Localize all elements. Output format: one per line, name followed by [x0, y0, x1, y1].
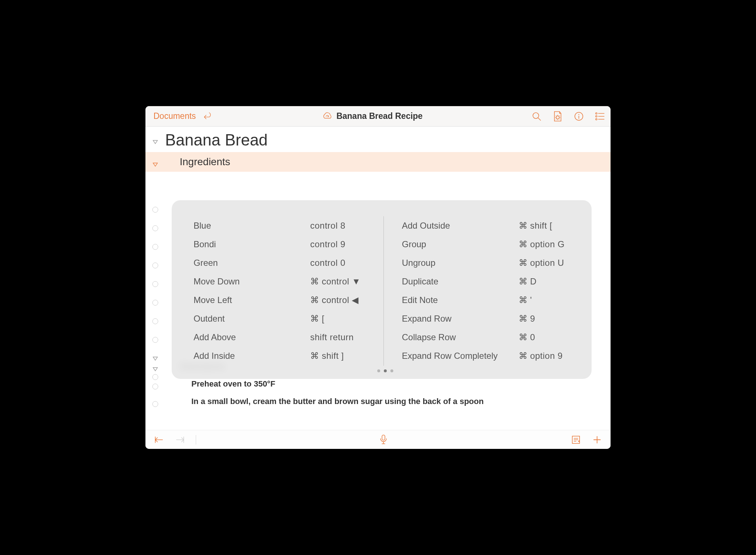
shortcut-row: Duplicate⌘ D	[402, 272, 577, 291]
shortcuts-column-left: Bluecontrol 8 Bondicontrol 9 Greencontro…	[194, 216, 384, 366]
svg-point-4	[596, 113, 597, 114]
documents-back-button[interactable]: Documents	[153, 111, 196, 121]
row-handle-icon[interactable]	[152, 244, 158, 250]
keyboard-shortcuts-panel: Bluecontrol 8 Bondicontrol 9 Greencontro…	[172, 200, 592, 379]
shortcut-row: Collapse Row⌘ 0	[402, 328, 577, 346]
shortcuts-column-right: Add Outside⌘ shift [ Group⌘ option G Ung…	[384, 216, 577, 366]
row-handle-icon[interactable]	[152, 337, 158, 343]
svg-point-6	[596, 119, 597, 120]
page-dot[interactable]	[377, 369, 380, 372]
svg-point-1	[556, 116, 559, 119]
svg-rect-7	[382, 435, 385, 440]
row-handle-icon[interactable]	[152, 318, 158, 324]
shortcut-row: Move Left⌘ control ◀	[194, 291, 369, 309]
app-window: Documents Banana Bread Recipe	[145, 106, 611, 449]
shortcut-row: Expand Row⌘ 9	[402, 309, 577, 328]
row-handle-icon[interactable]	[152, 374, 158, 380]
page-dots[interactable]	[194, 366, 577, 374]
outline-title: Banana Bread	[165, 127, 268, 152]
row-handle-icon[interactable]	[152, 401, 158, 407]
search-icon[interactable]	[531, 111, 542, 122]
shortcut-row: Bluecontrol 8	[194, 216, 369, 235]
row-handle-icon[interactable]	[152, 207, 158, 213]
ingredient-bullets	[145, 200, 165, 386]
undo-icon[interactable]	[202, 111, 213, 122]
direction-item-row[interactable]: In a small bowl, cream the butter and br…	[145, 393, 611, 410]
direction-text: Preheat oven to 350°F	[165, 379, 275, 389]
outline-body: Banana Bread Ingredients Bluecontrol 8	[145, 127, 611, 430]
cloud-sync-icon	[322, 111, 333, 122]
row-handle-icon[interactable]	[152, 225, 158, 231]
document-title: Banana Bread Recipe	[336, 111, 422, 121]
disclosure-triangle-icon[interactable]	[152, 139, 158, 145]
info-icon[interactable]	[573, 111, 584, 122]
toolbar: Documents Banana Bread Recipe	[145, 106, 611, 127]
svg-point-3	[578, 114, 579, 115]
shortcut-row: Edit Note⌘ '	[402, 291, 577, 309]
shortcut-row: Move Down⌘ control ▼	[194, 272, 369, 291]
indent-icon[interactable]	[175, 434, 186, 445]
row-handle-icon[interactable]	[152, 300, 158, 306]
page-dot[interactable]	[390, 369, 393, 372]
shortcut-row: Add Aboveshift return	[194, 328, 369, 346]
shortcut-row: Add Outside⌘ shift [	[402, 216, 577, 235]
shortcut-row: Greencontrol 0	[194, 253, 369, 272]
shortcut-row: Expand Row Completely⌘ option 9	[402, 346, 577, 365]
svg-point-5	[596, 116, 597, 117]
menu-icon[interactable]	[595, 111, 605, 122]
row-handle-icon[interactable]	[152, 263, 158, 268]
shortcut-row: Ungroup⌘ option U	[402, 253, 577, 272]
microphone-icon[interactable]	[378, 434, 389, 445]
disclosure-triangle-icon[interactable]	[152, 356, 158, 361]
bottom-toolbar	[145, 430, 611, 449]
page-dot[interactable]	[384, 369, 387, 372]
disclosure-triangle-icon[interactable]	[152, 162, 158, 167]
section-label: Ingredients	[165, 156, 230, 168]
shortcut-row: Add Inside⌘ shift ]	[194, 346, 369, 365]
document-settings-icon[interactable]	[552, 111, 563, 122]
shortcut-row: Group⌘ option G	[402, 235, 577, 253]
direction-text: In a small bowl, cream the butter and br…	[165, 397, 484, 406]
shortcut-row: Bondicontrol 9	[194, 235, 369, 253]
outdent-icon[interactable]	[153, 434, 164, 445]
add-icon[interactable]	[592, 434, 603, 445]
note-icon[interactable]	[570, 434, 581, 445]
row-handle-icon[interactable]	[152, 281, 158, 287]
shortcut-row: Outdent⌘ [	[194, 309, 369, 328]
ingredients-section-row[interactable]: Ingredients	[145, 152, 611, 172]
outline-title-row[interactable]: Banana Bread	[145, 127, 611, 152]
